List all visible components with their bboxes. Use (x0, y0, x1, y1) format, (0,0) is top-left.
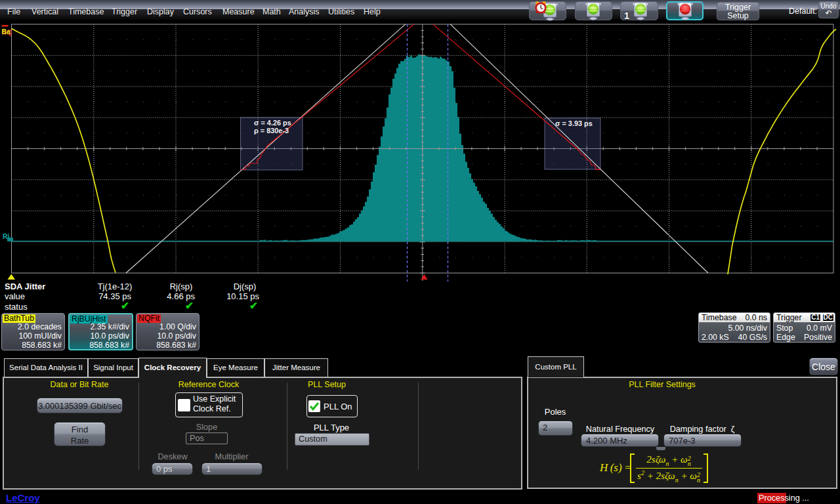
svg-text:ρ = 830e-3: ρ = 830e-3 (254, 127, 289, 135)
svg-text:σ = 3.93 ps: σ = 3.93 ps (555, 119, 593, 127)
svg-text:σ = 4.26 ps: σ = 4.26 ps (254, 119, 291, 127)
svg-text:Ba: Ba (2, 28, 11, 35)
